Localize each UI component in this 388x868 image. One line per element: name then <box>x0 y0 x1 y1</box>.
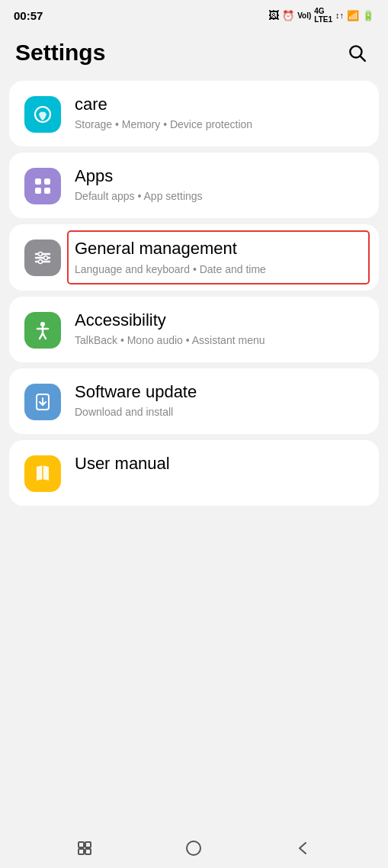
svg-rect-5 <box>35 188 41 194</box>
settings-item-care[interactable]: care Storage • Memory • Device protectio… <box>9 81 379 146</box>
care-subtitle: Storage • Memory • Device protection <box>75 117 364 133</box>
alarm-icon: ⏰ <box>282 10 294 21</box>
settings-item-apps[interactable]: Apps Default apps • App settings <box>9 153 379 218</box>
signal-bars: 📶 <box>347 10 359 21</box>
care-content: care Storage • Memory • Device protectio… <box>75 95 364 133</box>
svg-rect-23 <box>79 849 84 854</box>
svg-line-1 <box>361 56 365 61</box>
svg-rect-22 <box>85 842 91 847</box>
svg-rect-21 <box>79 842 84 847</box>
svg-line-17 <box>43 333 46 339</box>
software-update-icon <box>24 384 61 420</box>
care-icon <box>24 96 61 133</box>
general-management-content: General management Language and keyboard… <box>75 238 364 277</box>
general-management-icon <box>24 240 61 276</box>
software-update-subtitle: Download and install <box>75 405 364 420</box>
signal-arrows: ↕↑ <box>335 11 344 20</box>
network-4g: 4GLTE1 <box>314 7 332 24</box>
battery-icon: 🔋 <box>362 10 374 21</box>
header: Settings <box>0 27 388 76</box>
settings-item-accessibility[interactable]: Accessibility TalkBack • Mono audio • As… <box>9 297 379 362</box>
accessibility-content: Accessibility TalkBack • Mono audio • As… <box>75 310 364 349</box>
status-time: 00:57 <box>14 9 43 22</box>
svg-point-12 <box>39 260 43 264</box>
accessibility-icon <box>24 312 61 349</box>
svg-point-11 <box>44 256 48 260</box>
nav-recent-button[interactable] <box>76 840 93 857</box>
general-management-subtitle: Language and keyboard • Date and time <box>75 262 364 278</box>
svg-rect-4 <box>44 178 50 185</box>
search-button[interactable] <box>341 37 373 69</box>
software-update-content: Software update Download and install <box>75 382 364 420</box>
screenshot-icon: 🖼 <box>268 9 279 21</box>
settings-item-user-manual[interactable]: User manual <box>9 440 379 506</box>
settings-item-general-management[interactable]: General management Language and keyboard… <box>9 224 379 291</box>
user-manual-content: User manual <box>75 454 364 477</box>
settings-item-software-update[interactable]: Software update Download and install <box>9 368 379 434</box>
accessibility-subtitle: TalkBack • Mono audio • Assistant menu <box>75 333 364 349</box>
vol-text: Vol) <box>297 11 311 20</box>
apps-subtitle: Default apps • App settings <box>75 189 364 204</box>
user-manual-icon <box>24 455 61 492</box>
apps-icon <box>24 168 61 204</box>
settings-list: care Storage • Memory • Device protectio… <box>0 76 388 510</box>
svg-rect-24 <box>85 849 91 854</box>
apps-content: Apps Default apps • App settings <box>75 166 364 204</box>
status-icons: 🖼 ⏰ Vol) 4GLTE1 ↕↑ 📶 🔋 <box>268 7 374 24</box>
apps-title: Apps <box>75 166 364 186</box>
svg-rect-3 <box>35 178 41 185</box>
svg-point-10 <box>39 252 43 256</box>
accessibility-title: Accessibility <box>75 310 364 330</box>
nav-bar <box>0 828 388 868</box>
care-title: care <box>75 95 364 114</box>
general-management-title: General management <box>75 238 364 259</box>
svg-point-25 <box>187 841 200 855</box>
software-update-title: Software update <box>75 382 364 402</box>
page-title: Settings <box>15 40 105 66</box>
nav-back-button[interactable] <box>295 840 312 857</box>
user-manual-title: User manual <box>75 454 364 474</box>
status-bar: 00:57 🖼 ⏰ Vol) 4GLTE1 ↕↑ 📶 🔋 <box>0 0 388 27</box>
nav-home-button[interactable] <box>184 839 203 857</box>
svg-rect-6 <box>44 188 50 194</box>
